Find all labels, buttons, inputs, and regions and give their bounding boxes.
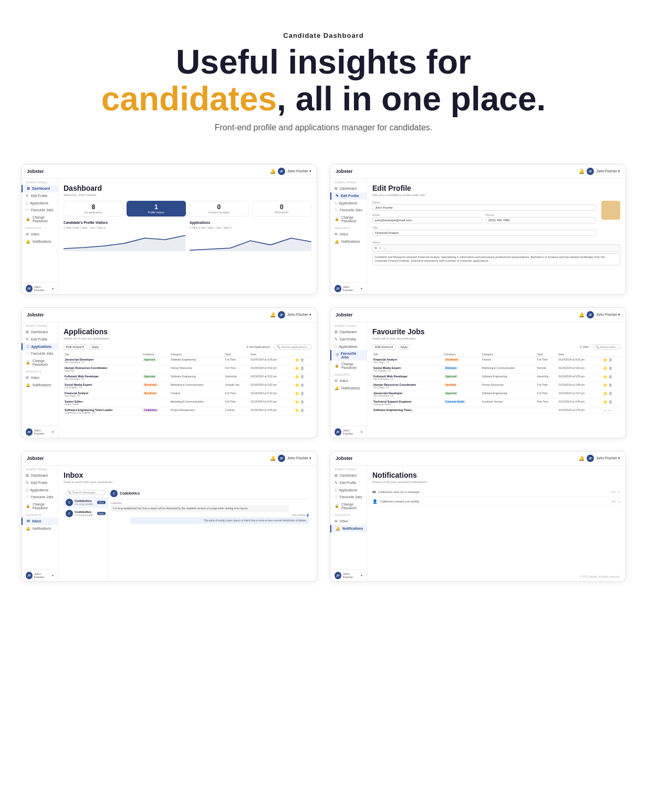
notif-msg-close[interactable]: ✕ [618,490,620,494]
fj-cell-company: Approved [443,390,481,398]
chat-msg-john: John Fischer 👤 The point of using Lorem … [110,514,309,524]
fj-cell-category: Customer Service [481,398,536,407]
sidebar-item-ib-inbox[interactable]: ✉ Inbox [22,518,58,525]
sidebar-item-no-apps[interactable]: □ Applications [330,487,367,494]
sidebar-item-ib-notif[interactable]: 🔔 Notifications [22,525,58,532]
bulk-actions-btn[interactable]: Bulk Actions ▾ [64,344,87,350]
fj-bulk-btn[interactable]: Bulk Actions ▾ [372,344,396,350]
sidebar-item-notifications[interactable]: 🔔 Notifications [22,238,58,245]
col-company: Company [141,352,170,357]
sidebar-item-apps-dash[interactable]: ⊞ Dashboard [22,328,58,336]
inbox-search-box[interactable]: 🔍 Search messages... [66,490,106,495]
card-user-inbox: 🔔 JF John Fischer ▾ [270,455,311,462]
sidebar-item-fj-ep[interactable]: ✎ Edit Profile [330,336,367,343]
input-email[interactable]: john@example@mail.com [372,217,483,223]
sidebar-item-editprofile[interactable]: ✎ Edit Profile [22,192,58,200]
fj-col-company: Company [443,352,481,357]
fj-cell-company: Bitstream [443,365,481,373]
sidebar-item-no-inbox[interactable]: ✉ Inbox [330,518,367,525]
sidebar-item-fj-favs[interactable]: ♡ Favourite Jobs [330,350,367,361]
sidebar-item-fj-inbox[interactable]: ✉ Inbox [330,377,367,385]
sidebar-item-dashboard[interactable]: ⊞ Dashboard [22,185,58,192]
sidebar-item-apps-favs[interactable]: ♡ Favourite Jobs [22,350,58,357]
sidebar-item-applications[interactable]: □ Applications [22,200,58,207]
fj-cell-job: Financial AnalystSan Diego, CA [372,356,443,365]
ib-ep-label: Edit Profile [31,481,47,485]
sidebar-item-no-ep[interactable]: ✎ Edit Profile [330,479,367,487]
sidebar-item-ep-pwd[interactable]: 🔒 Change Password [330,214,367,224]
inbox-contact-codebelles[interactable]: C Codebelles It is long established... I… [64,508,108,519]
copyright: © 2023 Jobster. All rights reserved. [579,575,620,578]
toolbar-bold[interactable]: B [374,246,378,250]
toolbar-more[interactable]: ... [383,246,387,250]
sidebar-item-inbox[interactable]: ✉ Inbox [22,231,58,238]
avatar-favjobs: JF [587,311,594,318]
sidebar-item-apps-inbox[interactable]: ✉ Inbox [22,374,58,382]
fj-dash-label: Dashboard [340,330,357,334]
sidebar-item-ep-favs[interactable]: ♡ Favourite Jobs [330,207,367,214]
cell-date: 01/24/2024 at 5:02 pm [249,382,294,390]
input-name[interactable]: John Fischer [372,204,596,211]
sidebar-item-ep-inbox[interactable]: ✉ Inbox [330,231,367,238]
ib-dash-icon: ⊞ [26,474,29,478]
notif-profile-icon: 👤 [372,499,378,504]
ib-apps-label: Applications [30,488,48,492]
sidebar-item-password[interactable]: 🔒 Change Password [22,214,58,224]
sidebar-item-ep-apps[interactable]: □ Applications [330,200,367,207]
sidebar-item-apps-apps[interactable]: □ Applications [22,343,58,350]
sidebar-item-ep-notif[interactable]: 🔔 Notifications [330,238,367,245]
apps-inbox-label: Inbox [31,376,39,379]
fj-count-label: 9 Jobs [580,345,589,348]
sidebar-item-apps-notif[interactable]: 🔔 Notifications [22,382,58,389]
apps-search[interactable]: 🔍 Search applications... [274,344,311,350]
sidebar-label-inbox: ADMIN PANEL [22,466,58,472]
bell-icon-ep: 🔔 [579,169,585,174]
sidebar-footer-ib: JF John Fischer ▾ [22,569,58,581]
sidebar-item-no-favs[interactable]: ♡ Favourite Jobs [330,494,367,501]
sidebar-item-ib-favs[interactable]: ♡ Favourite Jobs [22,494,58,501]
fj-apply-btn[interactable]: Apply [398,344,411,350]
input-title[interactable]: Financial Analyst [372,230,596,236]
sidebar-item-ep-editprofile[interactable]: ✎ Edit Profile [330,192,367,200]
notif-item-message: ✉ Codebotics sent you a message. 1 hr ✕ [372,488,620,497]
editprofile-card-body: ADMIN PANEL ⊞ Dashboard ✎ Edit Profile □… [330,179,625,294]
toolbar-italic[interactable]: I [379,246,381,250]
sidebar-item-ib-apps[interactable]: □ Applications [22,487,58,494]
sidebar-item-fj-apps[interactable]: □ Applications [330,343,367,350]
fj-cell-actions: ⭐ 🗑 [602,365,620,373]
notif-profile-close[interactable]: ✕ [618,500,620,503]
user-name-inbox: John Fischer ▾ [287,456,311,460]
sidebar-item-ib-pwd[interactable]: 🔒 Change Password [22,501,58,511]
fj-status-badge: Commute Studio [444,400,466,404]
sidebar-item-no-notif[interactable]: 🔔 Notifications [330,525,367,532]
sidebar-item-apps-pwd[interactable]: 🔒 Change Password [22,357,58,368]
form-group-email: Email john@example@mail.com [372,213,483,223]
sidebar-item-ib-ep[interactable]: ✎ Edit Profile [22,479,58,487]
sidebar-item-fj-notif[interactable]: 🔔 Notifications [330,385,367,392]
no-ep-icon: ✎ [335,481,338,485]
cell-company [141,365,170,373]
fj-search[interactable]: 🔍 Search jobs... [593,344,620,350]
sidebar-item-favourites[interactable]: ♡ Favourite Jobs [22,207,58,214]
bio-textarea[interactable]: Confident and Research-oriented Financia… [372,253,620,265]
sidebar-item-apps-ep[interactable]: ✎ Edit Profile [22,336,58,343]
table-row: Software Engineering Team... 01/24/2024 … [372,407,620,413]
sidebar-item-fj-dash[interactable]: ⊞ Dashboard [330,328,367,336]
sidebar-item-no-dash[interactable]: ⊞ Dashboard [330,472,367,479]
inbox-contact-codebotics[interactable]: C Codebotics It is long established... I… [64,497,108,508]
fj-col-type: Type [536,352,558,357]
sidebar-item-ep-dashboard[interactable]: ⊞ Dashboard [330,185,367,192]
apply-btn-apps[interactable]: Apply [89,344,102,350]
col-type: Type [224,352,249,357]
no-notif-label: Notifications [342,527,363,530]
sidebar-item-fj-pwd[interactable]: 🔒 Change Password [330,361,367,371]
sidebar-footer-ep: JF John Fischer ▾ [330,282,367,294]
page-title-notif: Notifications [372,471,620,479]
ep-inbox-icon: ✉ [335,232,338,237]
sidebar-item-no-pwd[interactable]: 🔒 Change Password [330,501,367,511]
cell-company [141,398,170,407]
status-badge: Approved [142,358,156,362]
input-phone[interactable]: (555) 456 7890 [486,217,596,223]
sidebar-item-ib-dash[interactable]: ⊞ Dashboard [22,472,58,479]
applications-card-header: Jobster 🔔 JF John Fischer ▾ [22,308,317,322]
